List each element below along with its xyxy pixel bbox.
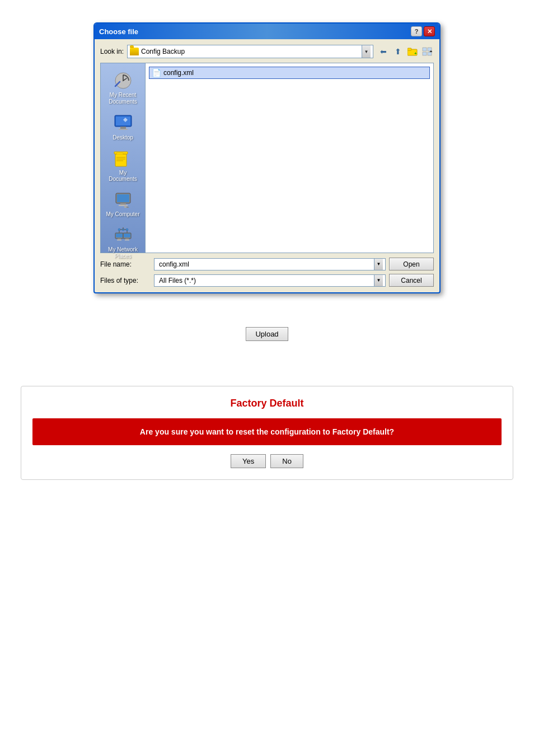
cancel-button[interactable]: Cancel bbox=[389, 274, 434, 287]
sidebar-item-computer[interactable]: My Computer bbox=[103, 187, 143, 220]
look-in-select[interactable]: Config Backup ▼ bbox=[127, 45, 373, 58]
svg-rect-27 bbox=[124, 234, 130, 237]
desktop-icon bbox=[113, 113, 133, 133]
svg-rect-25 bbox=[117, 240, 121, 241]
main-area: My RecentDocuments Desktop bbox=[100, 63, 434, 253]
new-folder-button[interactable]: + bbox=[406, 45, 419, 58]
dialog-titlebar: Choose file ? ✕ bbox=[95, 24, 439, 39]
factory-default-title: Factory Default bbox=[32, 398, 502, 409]
toolbar-icons: ⬅ ⬆ + bbox=[377, 45, 434, 58]
open-button[interactable]: Open bbox=[389, 258, 434, 270]
files-of-type-label: Files of type: bbox=[100, 277, 151, 284]
svg-rect-18 bbox=[120, 203, 126, 205]
sidebar-item-documents[interactable]: My Documents bbox=[103, 146, 143, 185]
look-in-label: Look in: bbox=[100, 48, 124, 55]
sidebar-item-desktop[interactable]: Desktop bbox=[103, 110, 143, 143]
files-of-type-field[interactable]: All Files (*.*) ▼ bbox=[154, 274, 386, 287]
files-of-type-value: All Files (*.*) bbox=[157, 277, 374, 284]
svg-rect-15 bbox=[116, 153, 123, 155]
factory-default-buttons: Yes No bbox=[32, 454, 502, 468]
svg-rect-17 bbox=[117, 194, 129, 202]
svg-rect-5 bbox=[423, 52, 427, 55]
sidebar-item-recent[interactable]: My RecentDocuments bbox=[103, 68, 143, 108]
toolbar-row: Look in: Config Backup ▼ ⬅ ⬆ + bbox=[100, 45, 434, 58]
upload-button[interactable]: Upload bbox=[246, 327, 288, 341]
dialog-body: Look in: Config Backup ▼ ⬅ ⬆ + bbox=[95, 39, 439, 292]
sidebar-recent-label: My RecentDocuments bbox=[109, 92, 137, 105]
svg-text:+: + bbox=[414, 51, 417, 56]
sidebar: My RecentDocuments Desktop bbox=[101, 63, 146, 253]
upload-section: Upload bbox=[246, 327, 288, 341]
file-name-label: File name: bbox=[100, 260, 151, 268]
sidebar-desktop-label: Desktop bbox=[113, 134, 133, 141]
file-name-field[interactable]: config.xml ▼ bbox=[154, 258, 386, 270]
current-folder-text: Config Backup bbox=[141, 48, 185, 55]
documents-icon bbox=[113, 148, 133, 169]
views-button[interactable] bbox=[420, 45, 434, 58]
file-name-dropdown-arrow[interactable]: ▼ bbox=[374, 259, 383, 270]
recent-icon bbox=[113, 71, 133, 91]
sidebar-item-network[interactable]: My NetworkPlaces bbox=[103, 222, 143, 263]
svg-rect-29 bbox=[125, 240, 129, 241]
file-item[interactable]: 📄 config.xml bbox=[149, 67, 430, 79]
svg-point-30 bbox=[118, 228, 120, 231]
svg-rect-10 bbox=[116, 116, 130, 125]
sidebar-network-label: My NetworkPlaces bbox=[108, 246, 138, 260]
sidebar-computer-label: My Computer bbox=[106, 211, 139, 217]
sidebar-documents-label: My Documents bbox=[105, 170, 142, 182]
network-icon bbox=[113, 225, 133, 245]
look-in-dropdown-arrow[interactable]: ▼ bbox=[362, 45, 371, 58]
folder-icon bbox=[130, 48, 139, 55]
files-of-type-dropdown-arrow[interactable]: ▼ bbox=[374, 275, 383, 286]
svg-rect-6 bbox=[428, 52, 432, 55]
svg-rect-23 bbox=[116, 234, 123, 237]
no-button[interactable]: No bbox=[270, 454, 303, 468]
svg-rect-12 bbox=[119, 129, 128, 130]
file-icon: 📄 bbox=[152, 68, 161, 77]
file-name: config.xml bbox=[163, 69, 194, 77]
titlebar-buttons: ? ✕ bbox=[411, 26, 435, 36]
dialog-title: Choose file bbox=[99, 27, 138, 36]
close-button[interactable]: ✕ bbox=[424, 26, 435, 36]
up-button[interactable]: ⬆ bbox=[391, 45, 405, 58]
svg-rect-11 bbox=[120, 127, 126, 129]
svg-point-31 bbox=[126, 228, 128, 231]
back-button[interactable]: ⬅ bbox=[377, 45, 390, 58]
factory-default-section: Factory Default Are you sure you want to… bbox=[21, 386, 513, 480]
yes-button[interactable]: Yes bbox=[231, 454, 266, 468]
svg-rect-13 bbox=[115, 154, 127, 166]
look-in-selected-value: Config Backup bbox=[130, 48, 362, 55]
svg-rect-3 bbox=[423, 48, 427, 51]
help-button[interactable]: ? bbox=[411, 26, 422, 36]
factory-default-warning: Are you sure you want to reset the confi… bbox=[32, 418, 502, 445]
computer-icon bbox=[113, 190, 133, 210]
svg-rect-1 bbox=[407, 48, 411, 50]
svg-rect-21 bbox=[124, 206, 127, 208]
svg-rect-24 bbox=[118, 239, 121, 240]
file-dialog: Choose file ? ✕ Look in: Config Backup ▼… bbox=[93, 22, 441, 293]
file-name-value: config.xml bbox=[157, 260, 374, 268]
file-list: 📄 config.xml bbox=[146, 63, 433, 253]
svg-rect-28 bbox=[125, 239, 129, 240]
